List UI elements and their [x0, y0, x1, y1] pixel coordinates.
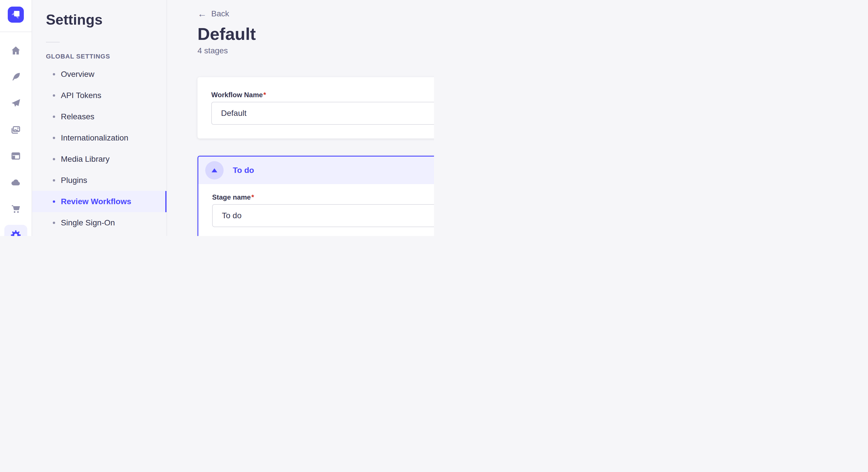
- main-nav-rail: KD: [0, 0, 32, 236]
- workflow-name-label: Workflow Name*: [211, 91, 434, 99]
- sidebar-item-label: Releases: [61, 112, 94, 121]
- sidebar-divider: [46, 42, 60, 42]
- sidebar-item[interactable]: API Tokens: [32, 85, 166, 106]
- bullet-icon: [53, 115, 55, 118]
- main-content: ← Back Default ✓ Save 4 stages Workflow …: [167, 0, 434, 236]
- sidebar-item-label: API Tokens: [61, 91, 101, 100]
- stage-card-expanded: To do Stage name*: [197, 156, 434, 236]
- stage-count-subtitle: 4 stages: [197, 46, 434, 55]
- stage-name-field: Stage name*: [212, 193, 434, 227]
- workflow-name-input[interactable]: [211, 102, 434, 125]
- sidebar-item[interactable]: Releases: [32, 106, 166, 127]
- sidebar-item-label: Media Library: [61, 155, 110, 164]
- workflow-form-card: Workflow Name* Associated to Select: [197, 77, 434, 138]
- bullet-icon: [53, 73, 55, 75]
- stage-name-label: Stage name*: [212, 193, 434, 201]
- strapi-logo-icon[interactable]: [8, 7, 24, 25]
- home-icon[interactable]: [4, 40, 27, 61]
- stage-editor-body: Stage name* Color* Blue: [198, 184, 434, 236]
- bullet-icon: [53, 222, 55, 224]
- back-label: Back: [211, 9, 229, 19]
- sidebar-item-label: Single Sign-On: [61, 218, 115, 227]
- bullet-icon: [53, 200, 55, 203]
- sidebar-item[interactable]: Overview: [32, 64, 166, 85]
- cart-icon[interactable]: [4, 198, 27, 219]
- bullet-icon: [53, 179, 55, 181]
- stage-name-heading: To do: [233, 166, 254, 175]
- rail-nav-items: [4, 40, 27, 236]
- logo-box: [0, 0, 32, 32]
- back-arrow-icon: ←: [197, 9, 207, 19]
- sidebar-section: GLOBAL SETTINGS Overview API Tokens Rele…: [32, 53, 166, 236]
- sidebar-item[interactable]: Review Workflows: [32, 191, 166, 212]
- stage-accordion-header[interactable]: To do: [198, 157, 434, 184]
- required-asterisk: *: [251, 193, 254, 201]
- sidebar-sections: GLOBAL SETTINGS Overview API Tokens Rele…: [32, 53, 166, 236]
- sidebar-item-label: Internationalization: [61, 133, 128, 142]
- paper-plane-icon[interactable]: [4, 93, 27, 113]
- chevron-up-icon: [212, 168, 217, 172]
- settings-sidebar: Settings GLOBAL SETTINGS Overview API To…: [32, 0, 167, 236]
- stage-name-input[interactable]: [212, 204, 434, 227]
- collapse-stage-button[interactable]: [205, 161, 224, 179]
- sidebar-item-label: Overview: [61, 70, 94, 79]
- sidebar-item[interactable]: Transfer Tokens: [32, 233, 166, 236]
- required-asterisk: *: [264, 91, 266, 99]
- sidebar-section-label: GLOBAL SETTINGS: [46, 53, 153, 60]
- sidebar-item[interactable]: Internationalization: [32, 127, 166, 148]
- sidebar-item-label: Plugins: [61, 176, 87, 185]
- stages-list: To do Stage name*: [197, 156, 434, 236]
- cloud-icon[interactable]: [4, 172, 27, 193]
- workflow-name-field: Workflow Name*: [211, 91, 434, 125]
- back-link[interactable]: ← Back: [197, 8, 229, 20]
- sidebar-title: Settings: [46, 11, 153, 28]
- feather-icon[interactable]: [4, 67, 27, 87]
- bullet-icon: [53, 158, 55, 160]
- sidebar-item[interactable]: Single Sign-On: [32, 212, 166, 233]
- sidebar-item-label: Review Workflows: [61, 197, 131, 206]
- strapi-admin-app: KD Settings GLOBAL SETTINGS Overview API…: [0, 0, 434, 236]
- bullet-icon: [53, 94, 55, 97]
- media-library-icon[interactable]: [4, 119, 27, 140]
- gear-icon[interactable]: [4, 225, 27, 236]
- page-title: Default: [197, 24, 256, 44]
- bullet-icon: [53, 137, 55, 139]
- sidebar-item[interactable]: Media Library: [32, 148, 166, 170]
- sidebar-section-items: Overview API Tokens Releases Internation…: [32, 64, 166, 236]
- sidebar-item[interactable]: Plugins: [32, 170, 166, 191]
- layout-icon[interactable]: [4, 146, 27, 166]
